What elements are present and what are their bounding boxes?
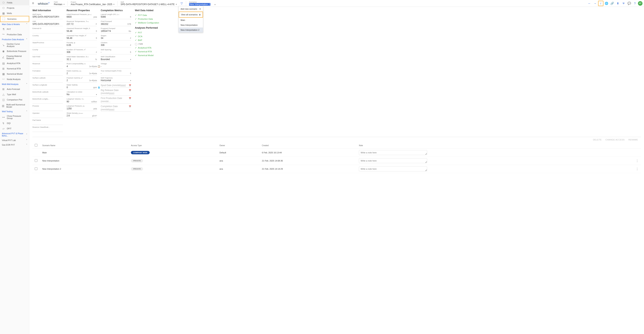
field[interactable]: Lateral Length GPI, Lᵥᵥ5086ft	[101, 13, 131, 19]
calendar-icon[interactable]: 📅	[129, 105, 131, 107]
field[interactable]: Operator	[32, 112, 63, 118]
field[interactable]: County	[32, 48, 63, 54]
change-access-button[interactable]: CHANGE ACCESS	[606, 139, 625, 141]
sidebar-autoforecast[interactable]: ⊞Auto-Forecast	[0, 86, 29, 92]
field[interactable]: External ID	[32, 27, 63, 33]
sidebar-arta[interactable]: ▤Analytical RTA	[0, 61, 29, 66]
link-icon[interactable]: 🔗	[610, 1, 615, 6]
field[interactable]: Number of Fractures, nᶠ306#	[66, 48, 97, 54]
field[interactable]: Formation	[32, 70, 63, 76]
sidebar-typewell[interactable]: △Type Well	[0, 92, 29, 97]
field[interactable]: Initial Reservoir Pressure, pᵣₑₛ,ᵢ6600ps…	[66, 13, 97, 19]
date-field[interactable]: Rig Release Date (mm/dd/yyyy)📅	[101, 89, 131, 96]
info-button[interactable]: i	[598, 1, 604, 6]
sidebar-dfit[interactable]: ▱DFIT	[0, 126, 29, 131]
field[interactable]: Well ClassificationBounded▾	[101, 55, 131, 61]
field[interactable]: Langmuir Volume, Vₗₛ90scf/ton	[66, 98, 97, 104]
rename-button[interactable]: RENAME	[628, 139, 638, 141]
sidebar-nm[interactable]: ▦Numerical Model	[0, 71, 29, 77]
back-button[interactable]: ←	[587, 1, 592, 6]
calendar-icon[interactable]: 📅	[129, 84, 131, 86]
section-main-data[interactable]: Main Data & Models˄	[0, 22, 29, 26]
field[interactable]: Pad Name	[32, 119, 63, 125]
download-icon[interactable]: ⬇	[615, 1, 620, 6]
sidebar-wells[interactable]: ▦Wells	[0, 10, 29, 16]
dd-new-interp-2[interactable]: New Interpretation 2	[179, 27, 203, 32]
field-icon[interactable]: 📋	[98, 65, 100, 68]
calendar-icon[interactable]: 📅	[129, 89, 131, 91]
field[interactable]: Adsorption is ActiveNo▾	[66, 91, 97, 97]
field[interactable]: Well NameSPE-DATA-REPOSITORY-	[32, 13, 63, 19]
note-input[interactable]	[359, 166, 427, 171]
sidebar-scenarios[interactable]: ⛶Scenarios	[0, 16, 29, 22]
sidebar-mwnm[interactable]: ▥Multi-well Numerical Model	[0, 102, 29, 109]
field[interactable]: Fracture Gamma, γᶠ21e-4/psia	[66, 77, 97, 83]
section-mwa[interactable]: Multi-Well Analysis˄	[0, 82, 29, 86]
field[interactable]: Assumed Frac Height, hᶠ56.48ft	[66, 34, 97, 40]
note-input[interactable]	[359, 158, 427, 163]
field[interactable]: Stages34#	[101, 34, 131, 40]
crumb-project[interactable]: Project Ana Proano_RTA Certification_Jan…	[69, 1, 116, 6]
delete-button[interactable]: DELETE	[593, 139, 602, 141]
dd-view-all[interactable]: View all scenarios◉	[179, 11, 203, 18]
field[interactable]: Vintage-	[101, 62, 131, 68]
field[interactable]: Initial Water Saturation, Sᵥᵥᵢ32.1%	[66, 55, 97, 61]
field[interactable]: Bottomhole Latitude	[32, 91, 63, 97]
field[interactable]: Rock Compressibility, cᵣ41e-6/psia📋	[66, 62, 97, 68]
date-field[interactable]: Completion Date (mm/dd/yyyy)📅	[101, 105, 131, 112]
sidebar-fmb[interactable]: ∠Flowing Material Balance	[0, 54, 29, 61]
field[interactable]: True Vertical Depth (TVD)-ft	[101, 70, 131, 76]
field[interactable]: Shale Density, ρₛₕₐₗₑ2.6g/cm³	[66, 112, 97, 118]
checkbox[interactable]	[35, 159, 37, 162]
sidebar-dqi[interactable]: ↯DQI	[0, 121, 29, 126]
calendar-icon[interactable]: 📅	[129, 97, 131, 99]
field[interactable]: Assumed Reservoir Height, h56.48ft	[66, 27, 97, 33]
dd-add-scenario[interactable]: Add new scenario⊕	[179, 6, 203, 11]
field[interactable]: Reservoir	[32, 62, 63, 68]
field[interactable]: Process	[32, 105, 63, 111]
field[interactable]: Matrix Gamma, γₘ21e-4/psia	[66, 70, 97, 76]
field[interactable]: Proppant Pumped18554774lbs	[101, 27, 131, 33]
more-icon[interactable]: ⋮	[636, 167, 639, 171]
checkbox[interactable]	[35, 144, 37, 147]
field[interactable]: Water Salinity0ppm💧	[66, 84, 97, 90]
sidebar-projects[interactable]: ⚇Projects	[0, 5, 29, 10]
menu-icon[interactable]: ≡	[31, 1, 35, 5]
section-advpvt[interactable]: Advanced PVT & Phase Beha...˄	[0, 131, 29, 138]
globe-icon[interactable]: 🌐	[604, 1, 609, 6]
dd-main[interactable]: Main	[179, 18, 203, 22]
avatar[interactable]: AP	[638, 1, 642, 6]
sidebar-dca[interactable]: ↘Decline Curve Analysis	[0, 42, 29, 48]
field[interactable]: Surface Longitude	[32, 84, 63, 90]
forward-button[interactable]: →	[592, 1, 598, 6]
sidebar-production-data[interactable]: 〜Production Data	[0, 32, 29, 37]
section-welltesting[interactable]: Well Testing˄	[0, 109, 29, 114]
crumb-scenarios[interactable]: Scenarios New Interpretation 2 ▴	[188, 1, 217, 6]
field[interactable]: Reservoir Temperature, Tᵣₑₛ237.72F	[66, 20, 97, 26]
section-pda[interactable]: Production Data Analysis˄	[0, 37, 29, 42]
sidebar-chow[interactable]: ⊶Chow Pressure Group	[0, 114, 29, 121]
section-virtualpvt[interactable]: Virtual PVT Lab˅	[0, 138, 29, 143]
field[interactable]: Porosity, φ0.05	[66, 41, 97, 47]
filter-icon[interactable]: ▽	[179, 1, 184, 6]
sidebar-nodal[interactable]: 〰Nodal Analysis	[0, 77, 29, 82]
field[interactable]: Langmuir Pressure, pₗₛ1250psia	[66, 105, 97, 111]
sidebar-bhp[interactable]: ◉Bottomhole Pressure	[0, 48, 29, 54]
dd-new-interp[interactable]: New Interpretation	[179, 22, 203, 27]
chat-icon[interactable]: 💬	[626, 1, 632, 6]
sidebar-pvt[interactable]: ⚗PVT	[0, 26, 29, 32]
field[interactable]: UWISPE-DATA-REPOSITORY-	[32, 20, 63, 26]
field[interactable]: Reserve Classificati...	[32, 126, 63, 132]
date-field[interactable]: First Production Date (mm/dd...📅	[101, 97, 131, 104]
field[interactable]: State/Province	[32, 41, 63, 47]
sidebar-fields[interactable]: ⚆Fields	[0, 0, 29, 5]
unit-toggle[interactable]: °F	[621, 1, 626, 6]
sidebar-comparison[interactable]: ◫Comparison Plot	[0, 97, 29, 102]
field[interactable]: Well Spacing-ft	[101, 48, 131, 54]
field[interactable]: Clusters306#	[101, 41, 131, 47]
field-icon[interactable]: 💧	[98, 86, 100, 89]
sidebar-nrta[interactable]: ⊞Numerical RTA	[0, 66, 29, 71]
field[interactable]: Sub-Field	[32, 55, 63, 61]
field[interactable]: Bottomhole Longitu...	[32, 98, 63, 104]
field[interactable]: Fluid Pumped360202STB	[101, 20, 131, 26]
